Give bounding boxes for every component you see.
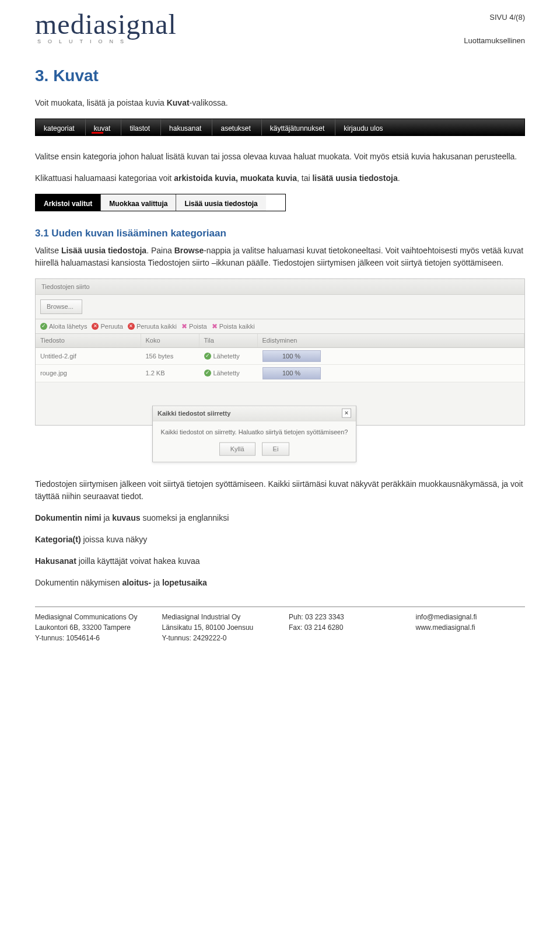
- cell-status-label: Lähetetty: [214, 368, 240, 378]
- p5: Tiedostojen siirtymisen jälkeen voit sii…: [35, 478, 525, 503]
- nav-tilastot[interactable]: tilastot: [121, 119, 161, 135]
- p4-mid: . Paina: [146, 246, 174, 255]
- p4-pre: Valitse: [35, 246, 61, 255]
- p9-b1: aloitus-: [122, 578, 151, 587]
- dialog-no-button[interactable]: Ei: [262, 442, 290, 456]
- p3-b2: lisätä uusia tiedostoja: [312, 173, 397, 183]
- tool-cancel-label: Peruuta: [100, 322, 123, 332]
- progress-bar: 100 %: [262, 367, 321, 379]
- upload-table: Tiedosto Koko Tila Edistyminen Untitled-…: [36, 334, 524, 382]
- h1-kuvat: 3. Kuvat: [35, 64, 525, 88]
- cell-status: Lähetetty: [199, 365, 257, 382]
- footer-col-1: Mediasignal Communications Oy Laukontori…: [35, 612, 145, 643]
- col-status: Tila: [199, 334, 257, 347]
- cell-size: 1.2 KB: [141, 365, 199, 382]
- nav-kirjaudu-ulos[interactable]: kirjaudu ulos: [335, 119, 393, 135]
- cell-size: 156 bytes: [141, 347, 199, 365]
- tool-remove-label: Poista: [189, 322, 207, 332]
- p4: Valitse Lisää uusia tiedostoja. Paina Br…: [35, 245, 525, 269]
- cell-progress: 100 %: [257, 347, 524, 365]
- confidential-label: Luottamuksellinen: [464, 35, 525, 47]
- logo: mediasignal SOLUTIONS: [35, 12, 177, 46]
- upload-panel: Tiedostojen siirto Browse... Aloita lähe…: [35, 278, 525, 426]
- cell-progress: 100 %: [257, 365, 524, 382]
- action-lisaa[interactable]: Lisää uusia tiedostoja: [176, 194, 265, 211]
- p9-mid: ja: [151, 578, 162, 587]
- nav-asetukset[interactable]: asetukset: [212, 119, 261, 135]
- tool-start[interactable]: Aloita lähetys: [40, 322, 87, 332]
- nav-kayttajatunnukset[interactable]: käyttäjätunnukset: [262, 119, 335, 135]
- main-nav: kategoriat kuvat tilastot hakusanat aset…: [35, 119, 525, 136]
- p9-b2: lopetusaika: [162, 578, 207, 587]
- dialog-message: Kaikki tiedostot on siirretty. Haluatko …: [159, 427, 350, 437]
- check-icon: [204, 370, 211, 377]
- dialog-yes-button[interactable]: Kyllä: [219, 442, 256, 456]
- p6: Dokumentin nimi ja kuvaus suomeksi ja en…: [35, 512, 525, 524]
- footer-line: Mediasignal Industrial Oy: [162, 612, 272, 622]
- tool-start-label: Aloita lähetys: [49, 322, 87, 332]
- footer-line: Y-tunnus: 2429222-0: [162, 633, 272, 643]
- close-icon[interactable]: ×: [342, 409, 351, 418]
- dialog-body: Kaikki tiedostot on siirretty. Haluatko …: [153, 421, 356, 461]
- upload-title: Tiedostojen siirto: [36, 279, 524, 295]
- p8-post: joilla käyttäjät voivat hakea kuvaa: [76, 556, 200, 566]
- logo-text: mediasignal: [35, 12, 177, 37]
- check-icon: [204, 353, 211, 360]
- dialog-title: Kaikki tiedostot siirretty: [158, 409, 230, 419]
- action-bar: Arkistoi valitut Muokkaa valittuja Lisää…: [35, 194, 286, 211]
- footer-line: Länsikatu 15, 80100 Joensuu: [162, 622, 272, 633]
- nav-kuvat[interactable]: kuvat: [86, 119, 122, 135]
- p3-mid: , tai: [297, 173, 312, 183]
- browse-button[interactable]: Browse...: [40, 299, 82, 314]
- p6-b2: kuvaus: [112, 513, 140, 522]
- p7-b: Kategoria(t): [35, 535, 81, 544]
- cancel-all-icon: [128, 323, 135, 330]
- footer-col-2: Mediasignal Industrial Oy Länsikatu 15, …: [162, 612, 272, 643]
- remove-icon: ✖: [181, 323, 187, 330]
- action-arkistoi[interactable]: Arkistoi valitut: [36, 194, 101, 211]
- p1-post: -valikossa.: [190, 98, 228, 107]
- footer-line: Y-tunnus: 1054614-6: [35, 633, 145, 643]
- p7-post: joissa kuva näkyy: [81, 535, 148, 544]
- tool-cancel-all-label: Peruuta kaikki: [136, 322, 177, 332]
- p3-b1: arkistoida kuvia, muokata kuvia: [174, 173, 297, 183]
- p8: Hakusanat joilla käyttäjät voivat hakea …: [35, 555, 525, 567]
- p9-pre: Dokumentin näkymisen: [35, 578, 122, 587]
- tool-remove-all-label: Poista kaikki: [219, 322, 255, 332]
- col-size: Koko: [141, 334, 199, 347]
- p2: Valitse ensin kategoria johon haluat lis…: [35, 151, 525, 163]
- footer-line: Puh: 03 223 3343: [289, 612, 398, 622]
- p1: Voit muokata, lisätä ja poistaa kuvia Ku…: [35, 97, 525, 109]
- nav-hakusanat[interactable]: hakusanat: [161, 119, 212, 135]
- tool-remove[interactable]: ✖Poista: [181, 322, 207, 332]
- p8-b: Hakusanat: [35, 556, 76, 566]
- action-muokkaa[interactable]: Muokkaa valittuja: [101, 194, 176, 211]
- page-number: SIVU 4/(8): [464, 12, 525, 23]
- p4-b1: Lisää uusia tiedostoja: [61, 246, 146, 255]
- p6-mid: ja: [102, 513, 113, 522]
- cell-file: rouge.jpg: [36, 365, 141, 382]
- tool-cancel[interactable]: Peruuta: [92, 322, 123, 332]
- cell-status: Lähetetty: [199, 347, 257, 365]
- col-progress: Edistyminen: [257, 334, 524, 347]
- upload-toolbar: Aloita lähetys Peruuta Peruuta kaikki ✖P…: [36, 319, 524, 334]
- dialog-head: Kaikki tiedostot siirretty ×: [153, 406, 356, 421]
- tool-cancel-all[interactable]: Peruuta kaikki: [128, 322, 177, 332]
- nav-kategoriat[interactable]: kategoriat: [36, 119, 86, 135]
- h2-31: 3.1 Uuden kuvan lisääminen kategoriaan: [35, 226, 525, 241]
- p7: Kategoria(t) joissa kuva näkyy: [35, 534, 525, 546]
- col-file: Tiedosto: [36, 334, 141, 347]
- p6-b: Dokumentin nimi: [35, 513, 102, 522]
- header: mediasignal SOLUTIONS SIVU 4/(8) Luottam…: [35, 12, 525, 46]
- footer-line: Mediasignal Communications Oy: [35, 612, 145, 622]
- footer-line: Laukontori 6B, 33200 Tampere: [35, 622, 145, 633]
- footer-col-4: info@mediasignal.fi www.mediasignal.fi: [416, 612, 526, 643]
- p9: Dokumentin näkymisen aloitus- ja lopetus…: [35, 577, 525, 589]
- table-row: rouge.jpg 1.2 KB Lähetetty 100 %: [36, 365, 524, 382]
- tool-remove-all[interactable]: ✖Poista kaikki: [212, 322, 255, 332]
- p1-pre: Voit muokata, lisätä ja poistaa kuvia: [35, 98, 167, 107]
- cell-file: Untitled-2.gif: [36, 347, 141, 365]
- progress-bar: 100 %: [262, 350, 321, 363]
- table-row: Untitled-2.gif 156 bytes Lähetetty 100 %: [36, 347, 524, 365]
- footer: Mediasignal Communications Oy Laukontori…: [35, 607, 525, 643]
